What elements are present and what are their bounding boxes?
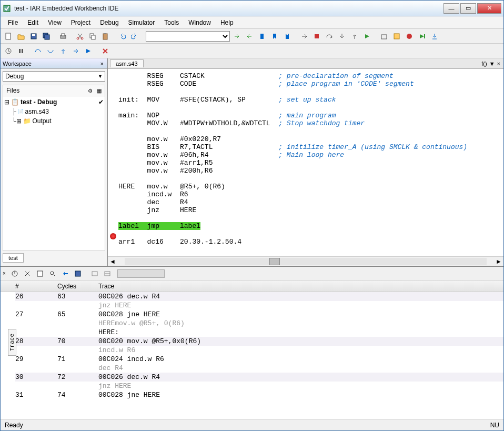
new-file-button[interactable] [3, 31, 14, 42]
bookmark-prev-button[interactable] [281, 31, 293, 42]
tree-item-output[interactable]: └⊞ 📁 Output [4, 116, 104, 126]
expand-icon[interactable]: ⊟ [4, 98, 9, 106]
trace-row[interactable]: 287000C020 mov.w @R5+,0x0(R6) [15, 337, 503, 346]
code-line[interactable] [118, 175, 503, 183]
code-line[interactable]: mov.w #200h,R6 [118, 167, 503, 175]
next-stmt-button[interactable] [70, 45, 82, 57]
trace-row[interactable]: 317400C028 jne HERE [15, 390, 503, 399]
trace-nav-button[interactable] [59, 268, 71, 279]
bookmark-next-button[interactable] [269, 31, 280, 42]
minimize-button[interactable]: — [443, 3, 459, 14]
code-line[interactable]: mov.w #06h,R4 ; Main loop here [118, 151, 503, 159]
print-button[interactable] [57, 31, 69, 42]
find-combo[interactable] [146, 31, 230, 42]
files-tree[interactable]: ⊟ 📋 test - Debug ✔ ├ 📄 asm.s43 └⊞ 📁 Outp… [3, 96, 105, 251]
code-line[interactable]: main: NOP ; main program [118, 112, 503, 119]
debug-button[interactable] [416, 31, 428, 42]
code-line[interactable]: BIS R7,TACTL ; initilize timer_A (using … [118, 143, 503, 151]
stop-debug-button[interactable] [311, 31, 322, 42]
bookmark-toggle-button[interactable] [256, 31, 268, 42]
code-line[interactable] [118, 127, 503, 135]
run-to-cursor-button[interactable] [361, 31, 373, 42]
trace-row[interactable]: jnz HERE [15, 382, 503, 390]
trace-row[interactable]: 266300C026 dec.w R4 [15, 292, 503, 301]
trace-close-icon[interactable]: × [3, 270, 6, 276]
editor-hscrollbar[interactable]: ◄ ► [108, 256, 503, 266]
menu-view[interactable]: View [44, 18, 66, 27]
trace-opt1-button[interactable] [89, 268, 100, 279]
step-out-button[interactable] [349, 31, 360, 42]
step-over-2-button[interactable] [32, 45, 44, 57]
open-button[interactable] [15, 31, 27, 42]
code-line[interactable]: dec R4 [118, 198, 503, 206]
trace-tab[interactable]: Trace [8, 328, 16, 355]
paste-button[interactable] [99, 31, 111, 42]
break-button[interactable] [15, 45, 27, 57]
menu-simulator[interactable]: Simulator [124, 18, 159, 27]
code-line[interactable] [118, 230, 503, 238]
toggle-bp-button[interactable] [404, 31, 415, 42]
undo-button[interactable] [116, 31, 128, 42]
run-button[interactable] [83, 45, 94, 57]
maximize-button[interactable]: ▭ [460, 3, 476, 14]
copy-button[interactable] [87, 31, 98, 42]
tree-root[interactable]: ⊟ 📋 test - Debug ✔ [4, 97, 104, 107]
tree-item-asm[interactable]: ├ 📄 asm.s43 [4, 107, 104, 116]
code-line[interactable]: HERE mov.w @R5+, 0(R6) [118, 183, 503, 191]
trace-save-button[interactable] [72, 268, 84, 279]
stop-button[interactable] [99, 45, 111, 57]
trace-slider[interactable] [117, 269, 165, 278]
trace-row[interactable]: 297100C024 incd.w R6 [15, 355, 503, 364]
code-line[interactable]: RSEG CODE ; place program in 'CODE' segm… [118, 80, 503, 88]
tab-menu-icon[interactable]: ▼ [489, 61, 495, 67]
code-line[interactable]: label jmp label [118, 222, 503, 230]
go-button[interactable] [298, 31, 310, 42]
compile-button[interactable] [378, 31, 390, 42]
code-line[interactable] [118, 104, 503, 112]
code-line[interactable]: init: MOV #SFE(CSTACK), SP ; set up stac… [118, 96, 503, 104]
trace-power-button[interactable] [9, 268, 21, 279]
code-line[interactable]: mov.w #0x0220,R7 [118, 135, 503, 143]
download-button[interactable] [429, 31, 440, 42]
trace-row[interactable]: HEREmov.w @R5+, 0(R6) [15, 319, 503, 328]
menu-edit[interactable]: Edit [23, 18, 43, 27]
step-over-button[interactable] [324, 31, 335, 42]
editor-tab-asm[interactable]: asm.s43 [110, 59, 144, 67]
menu-window[interactable]: Window [184, 18, 215, 27]
code-line[interactable] [118, 214, 503, 222]
trace-view-button[interactable] [34, 268, 46, 279]
menu-project[interactable]: Project [67, 18, 95, 27]
breakpoint-icon[interactable] [110, 233, 116, 239]
trace-clear-button[interactable] [22, 268, 33, 279]
trace-find-button[interactable] [47, 268, 58, 279]
menu-tools[interactable]: Tools [160, 18, 183, 27]
find-next-button[interactable] [231, 31, 243, 42]
cut-button[interactable] [74, 31, 86, 42]
find-prev-button[interactable] [244, 31, 255, 42]
code-line[interactable] [118, 88, 503, 96]
trace-row[interactable]: incd.w R6 [15, 346, 503, 355]
save-button[interactable] [28, 31, 39, 42]
code-line[interactable]: RSEG CSTACK ; pre-declaration of segment [118, 72, 503, 80]
step-out-2-button[interactable] [57, 45, 69, 57]
code-editor[interactable]: RSEG CSTACK ; pre-declaration of segment… [108, 69, 503, 256]
close-button[interactable]: ✕ [477, 3, 501, 14]
reset-button[interactable] [3, 45, 14, 57]
code-line[interactable]: jnz HERE [118, 206, 503, 214]
code-line[interactable]: incd.w R6 [118, 191, 503, 198]
code-line[interactable]: mov.w #arr1,R5 [118, 159, 503, 167]
workspace-close-icon[interactable]: × [99, 61, 105, 67]
trace-row[interactable]: jnz HERE [15, 301, 503, 310]
redo-button[interactable] [129, 31, 140, 42]
save-all-button[interactable] [41, 31, 52, 42]
code-line[interactable]: arr1 dc16 20.30.-1.2.50.4 [118, 238, 503, 246]
step-into-2-button[interactable] [45, 45, 56, 57]
make-button[interactable] [391, 31, 402, 42]
tab-close-icon[interactable]: × [497, 61, 500, 67]
trace-list[interactable]: Trace 266300C026 dec.w R4 jnz HERE276500… [1, 292, 503, 419]
code-line[interactable]: MOV.W #WDTPW+WDTHOLD,&WDTCTL ; Stop watc… [118, 119, 503, 127]
step-into-button[interactable] [336, 31, 348, 42]
trace-row[interactable]: 276500C028 jne HERE [15, 310, 503, 319]
trace-opt2-button[interactable] [102, 268, 113, 279]
menu-help[interactable]: Help [216, 18, 238, 27]
